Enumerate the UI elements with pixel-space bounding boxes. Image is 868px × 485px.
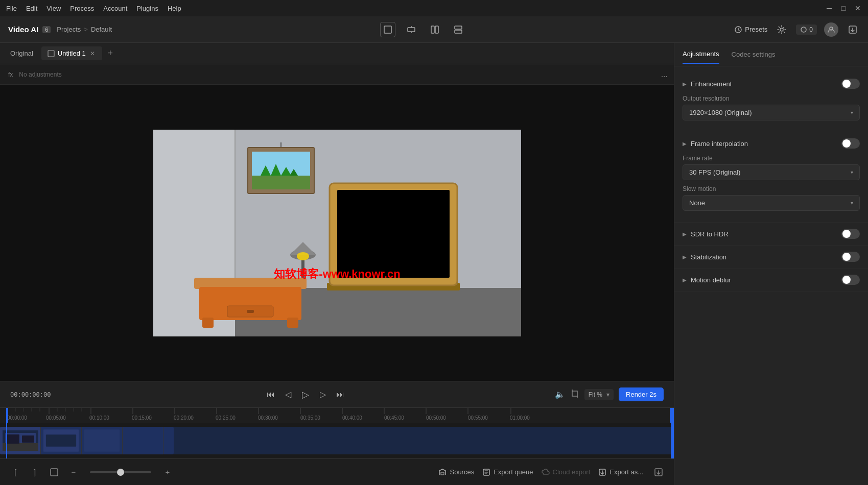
zoom-selector[interactable]: Fit % ▾ [584,389,614,400]
settings-button[interactable] [775,22,789,37]
bottom-right-actions: Sources Export queue Cloud export Export… [438,465,666,479]
frame-interpolation-toggle[interactable] [841,138,860,149]
frame-interpolation-header[interactable]: ▶ Frame interpolation [683,138,860,149]
app-title: Video AI [8,25,38,34]
output-resolution-label: Output resolution [683,95,860,102]
tab-codec-settings[interactable]: Codec settings [732,45,776,63]
svg-rect-7 [455,30,462,33]
tab-adjustments[interactable]: Adjustments [683,45,719,64]
breadcrumb-projects[interactable]: Projects [57,26,81,33]
menu-view[interactable]: View [46,5,61,12]
presets-button[interactable]: Presets [734,26,767,34]
bottom-bar: [ ] − + Sources Export queue [0,458,674,485]
svg-rect-67 [7,434,19,444]
frame-interpolation-title: ▶ Frame interpolation [683,140,748,148]
maximize-button[interactable]: □ [839,4,848,12]
next-frame-button[interactable]: ▷ [316,387,330,402]
center-panel: Original Untitled 1 ✕ + fx No adjustment… [0,43,674,485]
tab-close-button[interactable]: ✕ [89,50,96,57]
sdr-hdr-header[interactable]: ▶ SDR to HDR [683,229,860,239]
timeline-track-area[interactable] [0,423,674,458]
zoom-out-btn[interactable]: − [66,465,81,479]
frame-interpolation-section: ▶ Frame interpolation Frame rate 30 FPS … [674,132,868,223]
motion-deblur-toggle[interactable] [841,275,860,285]
stabilization-title: ▶ Stabilization [683,253,726,261]
frame-interpolation-content: Frame rate 30 FPS (Original) ▾ Slow moti… [683,149,860,211]
play-button[interactable]: ▷ [298,387,313,402]
notification-badge[interactable]: 0 [796,25,817,35]
view-center-button[interactable] [404,22,419,37]
slow-motion-select[interactable]: None ▾ [683,195,860,211]
menu-plugins[interactable]: Plugins [136,5,158,12]
frame-rate-label: Frame rate [683,155,860,162]
skip-end-button[interactable]: ⏭ [333,387,347,402]
view-split-h-button[interactable] [451,22,466,37]
crop-button[interactable] [570,389,579,400]
motion-deblur-header[interactable]: ▶ Motion deblur [683,275,860,285]
tab-add-button[interactable]: + [104,47,116,60]
view-split-v-button[interactable] [427,22,442,37]
svg-rect-4 [431,26,434,33]
zoom-handle[interactable] [117,469,124,476]
header-right: Presets 0 [734,22,860,37]
frame-rate-arrow: ▾ [851,169,853,175]
zoom-slider[interactable] [90,471,151,473]
sdr-hdr-section: ▶ SDR to HDR [674,223,868,246]
breadcrumb-current[interactable]: Default [91,26,112,33]
sdr-hdr-title: ▶ SDR to HDR [683,230,729,238]
timeline-end-marker [670,408,674,423]
frame-rate-select[interactable]: 30 FPS (Original) ▾ [683,164,860,180]
enhancement-title: ▶ Enhancement [683,80,732,88]
enhancement-header[interactable]: ▶ Enhancement [683,79,860,89]
sources-button[interactable]: Sources [438,468,474,476]
import-button[interactable] [846,22,860,37]
mark-in-button[interactable] [47,465,61,479]
header-center [380,22,466,37]
import-media-button[interactable] [651,465,666,479]
skip-start-button[interactable]: ⏮ [264,387,278,402]
export-as-button[interactable]: Export as... [598,468,643,476]
menu-account[interactable]: Account [103,5,127,12]
stabilization-header[interactable]: ▶ Stabilization [683,252,860,262]
bracket-start-button[interactable]: [ [8,465,22,479]
close-button[interactable]: ✕ [854,4,862,12]
svg-rect-68 [22,435,34,443]
export-queue-button[interactable]: Export queue [482,468,533,476]
enhancement-toggle[interactable] [841,79,860,89]
svg-rect-71 [46,434,76,447]
output-resolution-select[interactable]: 1920×1080 (Original) ▾ [683,105,860,120]
user-avatar[interactable] [824,22,838,37]
breadcrumb: Projects > Default [57,26,112,33]
timeline-track-clips[interactable] [0,427,174,454]
timeline-ruler: 00:00:00 00:05:00 00:10:00 00:15:00 00:2… [0,407,674,423]
view-expand-button[interactable] [380,22,395,37]
prev-frame-button[interactable]: ◁ [281,387,295,402]
render-button[interactable]: Render 2s [619,387,664,401]
cloud-export-button[interactable]: Cloud export [542,468,591,476]
svg-text:知软博客-www.knowr.cn: 知软博客-www.knowr.cn [273,268,400,280]
svg-rect-0 [384,26,391,33]
tab-untitled-1[interactable]: Untitled 1 ✕ [41,46,102,60]
fx-button[interactable]: fx [6,70,15,79]
clip-thumb-2 [41,427,82,454]
slow-motion-field: Slow motion None ▾ [683,185,860,211]
more-options-button[interactable]: ... [661,70,668,79]
playhead-ruler[interactable] [6,408,8,423]
bracket-end-button[interactable]: ] [28,465,42,479]
stabilization-toggle[interactable] [841,252,860,262]
menu-file[interactable]: File [6,5,17,12]
video-preview: 知软博客-www.knowr.cn [153,130,521,336]
sdr-hdr-toggle[interactable] [841,229,860,239]
track-end-marker [671,423,674,458]
svg-point-32 [297,252,309,260]
motion-deblur-title: ▶ Motion deblur [683,276,731,284]
menu-help[interactable]: Help [168,5,181,12]
minimize-button[interactable]: ─ [825,4,833,12]
menu-edit[interactable]: Edit [26,5,37,12]
svg-rect-37 [202,318,214,328]
clip-thumb-3 [82,427,123,454]
menu-process[interactable]: Process [70,5,94,12]
zoom-in-btn[interactable]: + [160,465,175,479]
tab-original[interactable]: Original [4,46,39,60]
volume-button[interactable]: 🔈 [555,390,565,399]
